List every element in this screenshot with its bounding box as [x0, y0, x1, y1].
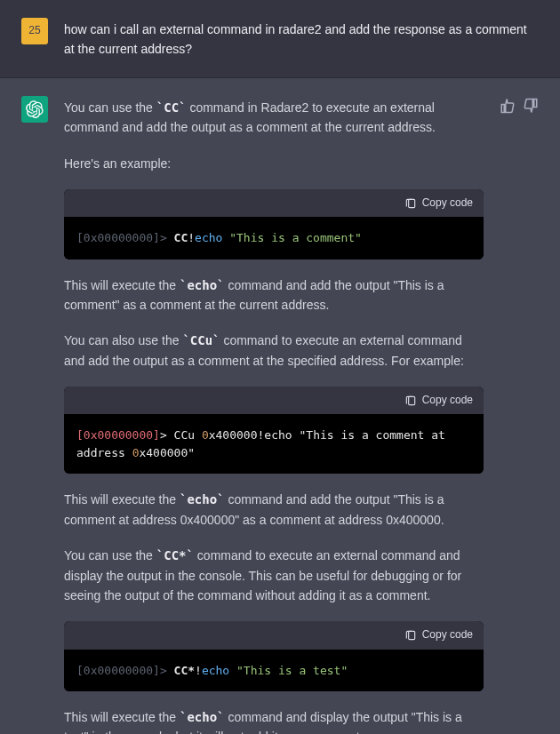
code-content: [0x00000000]> CC!echo "This is a comment…: [64, 217, 484, 259]
answer-paragraph: Here's an example:: [64, 154, 484, 173]
answer-paragraph: You can use the `CC*` command to execute…: [64, 546, 484, 605]
svg-rect-0: [408, 199, 414, 207]
answer-paragraph: You can also use the `CCu` command to ex…: [64, 331, 484, 371]
thumbs-up-icon[interactable]: [500, 98, 516, 114]
answer-paragraph: This will execute the `echo` command and…: [64, 707, 484, 734]
user-question: how can i call an external command in ra…: [64, 18, 539, 60]
svg-rect-1: [408, 396, 414, 404]
code-toolbar: Copy code: [64, 621, 484, 649]
inline-code: `CCu`: [182, 333, 220, 347]
clipboard-icon: [404, 197, 417, 210]
answer-paragraph: This will execute the `echo` command and…: [64, 490, 484, 530]
inline-code: `echo`: [180, 710, 225, 724]
code-block: Copy code [0x00000000]> CCu 0x400000!ech…: [64, 387, 484, 474]
answer-paragraph: This will execute the `echo` command and…: [64, 275, 484, 315]
inline-code: `echo`: [180, 492, 225, 507]
code-block: Copy code [0x00000000]> CC!echo "This is…: [64, 189, 484, 259]
code-toolbar: Copy code: [64, 189, 484, 217]
code-content: [0x00000000]> CCu 0x400000!echo "This is…: [64, 414, 484, 474]
thumbs-down-icon[interactable]: [523, 98, 539, 114]
inline-code: `CC*`: [156, 548, 194, 562]
copy-code-button[interactable]: Copy code: [422, 392, 473, 409]
feedback-actions: [500, 96, 539, 734]
copy-code-button[interactable]: Copy code: [422, 626, 473, 643]
code-block: Copy code [0x00000000]> CC*!echo "This i…: [64, 621, 484, 691]
code-content: [0x00000000]> CC*!echo "This is a test": [64, 650, 484, 692]
assistant-response: You can use the `CC` command in Radare2 …: [64, 96, 484, 734]
user-message-row: 25 how can i call an external command in…: [0, 0, 560, 78]
inline-code: `echo`: [180, 278, 225, 292]
clipboard-icon: [404, 395, 417, 407]
svg-rect-2: [408, 631, 414, 639]
openai-logo-icon: [26, 100, 44, 118]
copy-code-button[interactable]: Copy code: [422, 195, 473, 211]
inline-code: `CC`: [156, 100, 187, 115]
assistant-message-row: You can use the `CC` command in Radare2 …: [0, 78, 560, 734]
answer-paragraph: You can use the `CC` command in Radare2 …: [64, 98, 484, 138]
code-toolbar: Copy code: [64, 387, 484, 414]
clipboard-icon: [404, 629, 417, 642]
user-avatar: 25: [21, 18, 48, 44]
assistant-avatar: [21, 96, 48, 123]
